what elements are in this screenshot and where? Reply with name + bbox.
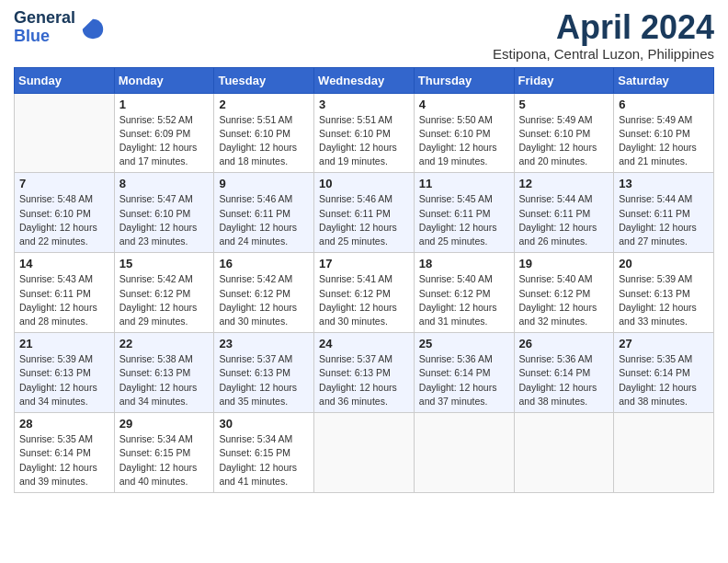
- day-info: Sunrise: 5:46 AMSunset: 6:11 PMDaylight:…: [219, 192, 309, 248]
- calendar-cell: 22Sunrise: 5:38 AMSunset: 6:13 PMDayligh…: [114, 333, 214, 413]
- day-info: Sunrise: 5:51 AMSunset: 6:10 PMDaylight:…: [319, 113, 409, 169]
- day-number: 12: [519, 177, 609, 190]
- calendar-cell: [514, 413, 614, 493]
- page-header: General Blue April 2024 Estipona, Centra…: [14, 9, 714, 62]
- day-info: Sunrise: 5:36 AMSunset: 6:14 PMDaylight:…: [519, 352, 609, 408]
- calendar-cell: 1Sunrise: 5:52 AMSunset: 6:09 PMDaylight…: [114, 93, 214, 173]
- calendar-cell: [614, 413, 714, 493]
- day-number: 20: [619, 257, 709, 270]
- day-info: Sunrise: 5:45 AMSunset: 6:11 PMDaylight:…: [419, 192, 509, 248]
- day-info: Sunrise: 5:48 AMSunset: 6:10 PMDaylight:…: [19, 192, 109, 248]
- day-number: 27: [619, 337, 709, 350]
- calendar-cell: 23Sunrise: 5:37 AMSunset: 6:13 PMDayligh…: [214, 333, 314, 413]
- day-number: 6: [619, 98, 709, 111]
- calendar-table: SundayMondayTuesdayWednesdayThursdayFrid…: [14, 67, 714, 493]
- calendar-cell: 9Sunrise: 5:46 AMSunset: 6:11 PMDaylight…: [214, 173, 314, 253]
- calendar-week-row: 21Sunrise: 5:39 AMSunset: 6:13 PMDayligh…: [15, 333, 714, 413]
- day-number: 29: [119, 417, 210, 431]
- weekday-header: Friday: [514, 67, 614, 93]
- day-number: 28: [19, 417, 109, 431]
- day-number: 7: [19, 177, 109, 190]
- weekday-header: Sunday: [15, 67, 115, 93]
- calendar-cell: 26Sunrise: 5:36 AMSunset: 6:14 PMDayligh…: [514, 333, 614, 413]
- day-info: Sunrise: 5:42 AMSunset: 6:12 PMDaylight:…: [119, 272, 210, 328]
- day-info: Sunrise: 5:39 AMSunset: 6:13 PMDaylight:…: [19, 352, 109, 408]
- day-info: Sunrise: 5:35 AMSunset: 6:14 PMDaylight:…: [19, 432, 109, 488]
- day-info: Sunrise: 5:42 AMSunset: 6:12 PMDaylight:…: [219, 272, 309, 328]
- calendar-cell: [314, 413, 415, 493]
- calendar-cell: 19Sunrise: 5:40 AMSunset: 6:12 PMDayligh…: [514, 253, 614, 333]
- day-info: Sunrise: 5:49 AMSunset: 6:10 PMDaylight:…: [519, 113, 609, 169]
- calendar-cell: 4Sunrise: 5:50 AMSunset: 6:10 PMDaylight…: [414, 93, 514, 173]
- day-info: Sunrise: 5:41 AMSunset: 6:12 PMDaylight:…: [319, 272, 409, 328]
- calendar-cell: 2Sunrise: 5:51 AMSunset: 6:10 PMDaylight…: [214, 93, 314, 173]
- day-number: 21: [19, 337, 109, 350]
- calendar-cell: 24Sunrise: 5:37 AMSunset: 6:13 PMDayligh…: [314, 333, 415, 413]
- calendar-week-row: 7Sunrise: 5:48 AMSunset: 6:10 PMDaylight…: [15, 173, 714, 253]
- calendar-cell: 28Sunrise: 5:35 AMSunset: 6:14 PMDayligh…: [15, 413, 115, 493]
- location: Estipona, Central Luzon, Philippines: [493, 46, 714, 62]
- title-block: April 2024 Estipona, Central Luzon, Phil…: [493, 9, 714, 62]
- calendar-cell: 21Sunrise: 5:39 AMSunset: 6:13 PMDayligh…: [15, 333, 115, 413]
- calendar-cell: 7Sunrise: 5:48 AMSunset: 6:10 PMDaylight…: [15, 173, 115, 253]
- day-number: 8: [119, 177, 210, 190]
- day-info: Sunrise: 5:44 AMSunset: 6:11 PMDaylight:…: [519, 192, 609, 248]
- day-info: Sunrise: 5:40 AMSunset: 6:12 PMDaylight:…: [519, 272, 609, 328]
- day-number: 3: [319, 98, 409, 111]
- day-number: 25: [419, 337, 509, 350]
- weekday-header: Tuesday: [214, 67, 314, 93]
- day-number: 13: [619, 177, 709, 190]
- calendar-cell: 25Sunrise: 5:36 AMSunset: 6:14 PMDayligh…: [414, 333, 514, 413]
- day-info: Sunrise: 5:38 AMSunset: 6:13 PMDaylight:…: [119, 352, 210, 408]
- day-info: Sunrise: 5:46 AMSunset: 6:11 PMDaylight:…: [319, 192, 409, 248]
- calendar-cell: 15Sunrise: 5:42 AMSunset: 6:12 PMDayligh…: [114, 253, 214, 333]
- day-info: Sunrise: 5:35 AMSunset: 6:14 PMDaylight:…: [619, 352, 709, 408]
- day-number: 5: [519, 98, 609, 111]
- weekday-header: Saturday: [614, 67, 714, 93]
- day-info: Sunrise: 5:50 AMSunset: 6:10 PMDaylight:…: [419, 113, 509, 169]
- day-number: 4: [419, 98, 509, 111]
- weekday-header: Thursday: [414, 67, 514, 93]
- weekday-header: Wednesday: [314, 67, 415, 93]
- calendar-cell: 10Sunrise: 5:46 AMSunset: 6:11 PMDayligh…: [314, 173, 415, 253]
- logo-icon: [80, 15, 106, 40]
- logo-text: General Blue: [14, 9, 75, 46]
- day-number: 1: [119, 98, 210, 111]
- calendar-week-row: 1Sunrise: 5:52 AMSunset: 6:09 PMDaylight…: [15, 93, 714, 173]
- calendar-cell: 16Sunrise: 5:42 AMSunset: 6:12 PMDayligh…: [214, 253, 314, 333]
- day-number: 19: [519, 257, 609, 270]
- day-number: 10: [319, 177, 409, 190]
- day-number: 17: [319, 257, 409, 270]
- calendar-header-row: SundayMondayTuesdayWednesdayThursdayFrid…: [15, 67, 714, 93]
- day-info: Sunrise: 5:51 AMSunset: 6:10 PMDaylight:…: [219, 113, 309, 169]
- calendar-cell: 8Sunrise: 5:47 AMSunset: 6:10 PMDaylight…: [114, 173, 214, 253]
- calendar-cell: 18Sunrise: 5:40 AMSunset: 6:12 PMDayligh…: [414, 253, 514, 333]
- day-info: Sunrise: 5:44 AMSunset: 6:11 PMDaylight:…: [619, 192, 709, 248]
- weekday-header: Monday: [114, 67, 214, 93]
- calendar-cell: 30Sunrise: 5:34 AMSunset: 6:15 PMDayligh…: [214, 413, 314, 493]
- calendar-week-row: 14Sunrise: 5:43 AMSunset: 6:11 PMDayligh…: [15, 253, 714, 333]
- day-number: 26: [519, 337, 609, 350]
- day-number: 2: [219, 98, 309, 111]
- day-info: Sunrise: 5:36 AMSunset: 6:14 PMDaylight:…: [419, 352, 509, 408]
- day-number: 24: [319, 337, 409, 350]
- calendar-cell: [15, 93, 115, 173]
- day-info: Sunrise: 5:34 AMSunset: 6:15 PMDaylight:…: [119, 432, 210, 488]
- day-number: 15: [119, 257, 210, 270]
- calendar-cell: 13Sunrise: 5:44 AMSunset: 6:11 PMDayligh…: [614, 173, 714, 253]
- day-number: 18: [419, 257, 509, 270]
- calendar-cell: 11Sunrise: 5:45 AMSunset: 6:11 PMDayligh…: [414, 173, 514, 253]
- day-info: Sunrise: 5:37 AMSunset: 6:13 PMDaylight:…: [319, 352, 409, 408]
- day-number: 30: [219, 417, 309, 431]
- day-info: Sunrise: 5:49 AMSunset: 6:10 PMDaylight:…: [619, 113, 709, 169]
- day-number: 11: [419, 177, 509, 190]
- month-title: April 2024: [493, 9, 714, 46]
- day-info: Sunrise: 5:39 AMSunset: 6:13 PMDaylight:…: [619, 272, 709, 328]
- day-number: 16: [219, 257, 309, 270]
- calendar-cell: [414, 413, 514, 493]
- calendar-cell: 27Sunrise: 5:35 AMSunset: 6:14 PMDayligh…: [614, 333, 714, 413]
- calendar-cell: 14Sunrise: 5:43 AMSunset: 6:11 PMDayligh…: [15, 253, 115, 333]
- day-info: Sunrise: 5:40 AMSunset: 6:12 PMDaylight:…: [419, 272, 509, 328]
- day-info: Sunrise: 5:47 AMSunset: 6:10 PMDaylight:…: [119, 192, 210, 248]
- logo: General Blue: [14, 9, 106, 46]
